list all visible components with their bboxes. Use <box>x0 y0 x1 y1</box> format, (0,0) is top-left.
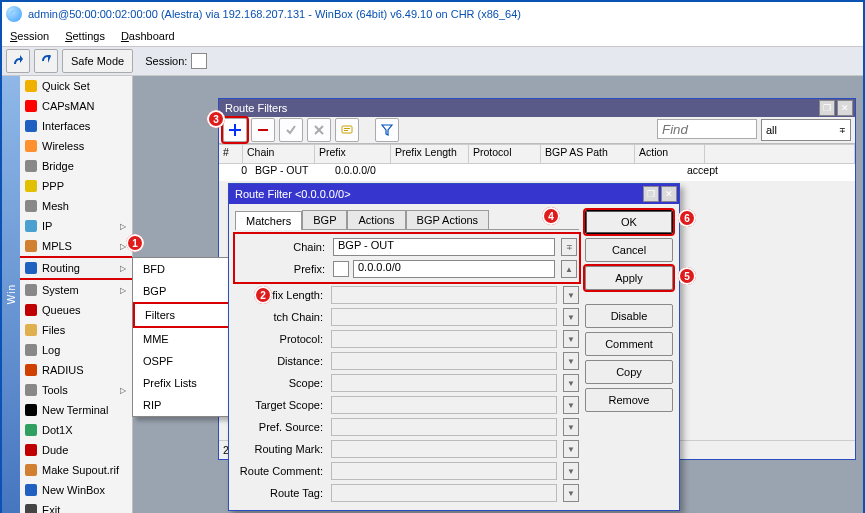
sidebar-item-ppp[interactable]: PPP <box>20 176 132 196</box>
plen-expand-icon[interactable]: ▼ <box>563 286 579 304</box>
route-filters-toolbar: all∓ <box>219 117 855 144</box>
tscope-expand-icon[interactable]: ▼ <box>563 396 579 414</box>
rcmt-field[interactable] <box>331 462 557 480</box>
remove-button[interactable]: Remove <box>585 388 673 412</box>
disable-button[interactable]: Disable <box>585 304 673 328</box>
sidebar-item-capsman[interactable]: CAPsMAN <box>20 96 132 116</box>
sidebar-item-queues[interactable]: Queues <box>20 300 132 320</box>
sidebar-item-log[interactable]: Log <box>20 340 132 360</box>
sidebar-item-mpls[interactable]: MPLS▷ <box>20 236 132 256</box>
window-close-icon[interactable]: ✕ <box>837 100 853 116</box>
psrc-field[interactable] <box>331 418 557 436</box>
window-restore-icon[interactable]: ❐ <box>819 100 835 116</box>
distance-field[interactable] <box>331 352 557 370</box>
col-plen[interactable]: Prefix Length <box>391 145 469 163</box>
col-chain[interactable]: Chain <box>243 145 315 163</box>
rmark-field[interactable] <box>331 440 557 458</box>
filter-all-dropdown[interactable]: all∓ <box>761 119 851 141</box>
protocol-field[interactable] <box>331 330 557 348</box>
comment-button[interactable]: Comment <box>585 332 673 356</box>
log-icon <box>24 343 38 357</box>
sidebar-item-bridge[interactable]: Bridge <box>20 156 132 176</box>
enable-button[interactable] <box>279 118 303 142</box>
sidebar-item-routing[interactable]: Routing▷ <box>20 256 132 280</box>
protocol-expand-icon[interactable]: ▼ <box>563 330 579 348</box>
copy-button[interactable]: Copy <box>585 360 673 384</box>
sidebar-item-quick-set[interactable]: Quick Set <box>20 76 132 96</box>
col-prefix[interactable]: Prefix <box>315 145 391 163</box>
scope-expand-icon[interactable]: ▼ <box>563 374 579 392</box>
tab-matchers[interactable]: Matchers <box>235 211 302 230</box>
sidebar-item-make-supout-rif[interactable]: Make Supout.rif <box>20 460 132 480</box>
route-filters-titlebar[interactable]: Route Filters ❐ ✕ <box>219 99 855 117</box>
rcmt-expand-icon[interactable]: ▼ <box>563 462 579 480</box>
sidebar-item-wireless[interactable]: Wireless <box>20 136 132 156</box>
dialog-close-icon[interactable]: ✕ <box>661 186 677 202</box>
routing-icon <box>24 261 38 275</box>
undo-button[interactable] <box>6 49 30 73</box>
psrc-expand-icon[interactable]: ▼ <box>563 418 579 436</box>
sidebar-item-new-terminal[interactable]: New Terminal <box>20 400 132 420</box>
prefix-field[interactable]: 0.0.0.0/0 <box>353 260 555 278</box>
tab-bgp[interactable]: BGP <box>302 210 347 229</box>
sidebar-item-label: Wireless <box>42 140 84 152</box>
col-proto[interactable]: Protocol <box>469 145 541 163</box>
dialog-titlebar[interactable]: Route Filter <0.0.0.0/0> ❐ ✕ <box>229 184 679 204</box>
sidebar-item-mesh[interactable]: Mesh <box>20 196 132 216</box>
menu-session[interactable]: Session <box>8 28 51 44</box>
mchain-field[interactable] <box>331 308 557 326</box>
chain-dropdown-icon[interactable]: ∓ <box>561 238 577 256</box>
tscope-label: Target Scope: <box>235 399 327 411</box>
scope-field[interactable] <box>331 374 557 392</box>
mesh-icon <box>24 199 38 213</box>
col-action[interactable]: Action <box>635 145 705 163</box>
sidebar-item-system[interactable]: System▷ <box>20 280 132 300</box>
tab-bgp-actions[interactable]: BGP Actions <box>406 210 490 229</box>
dialog-restore-icon[interactable]: ❐ <box>643 186 659 202</box>
sidebar-item-tools[interactable]: Tools▷ <box>20 380 132 400</box>
sidebar-item-files[interactable]: Files <box>20 320 132 340</box>
sidebar-item-new-winbox[interactable]: New WinBox <box>20 480 132 500</box>
tscope-field[interactable] <box>331 396 557 414</box>
sidebar-item-dude[interactable]: Dude <box>20 440 132 460</box>
apply-button[interactable]: Apply <box>585 266 673 290</box>
sidebar-item-ip[interactable]: IP▷ <box>20 216 132 236</box>
col-n[interactable]: # <box>219 145 243 163</box>
filter-button[interactable] <box>375 118 399 142</box>
table-row[interactable]: 0 BGP - OUT 0.0.0.0/0 accept <box>219 164 855 181</box>
sidebar-item-exit[interactable]: Exit <box>20 500 132 513</box>
rtag-expand-icon[interactable]: ▼ <box>563 484 579 502</box>
rmark-expand-icon[interactable]: ▼ <box>563 440 579 458</box>
safe-mode-button[interactable]: Safe Mode <box>62 49 133 73</box>
marker-3: 3 <box>207 110 225 128</box>
session-field[interactable] <box>191 53 207 69</box>
svg-rect-15 <box>25 384 37 396</box>
system-icon <box>24 283 38 297</box>
sidebar-item-dot1x[interactable]: Dot1X <box>20 420 132 440</box>
disable-button[interactable] <box>307 118 331 142</box>
prefix-collapse-icon[interactable]: ▲ <box>561 260 577 278</box>
plen-field[interactable] <box>331 286 557 304</box>
svg-rect-3 <box>25 140 37 152</box>
comment-button[interactable] <box>335 118 359 142</box>
find-input[interactable] <box>657 119 757 139</box>
sidebar-item-interfaces[interactable]: Interfaces <box>20 116 132 136</box>
distance-expand-icon[interactable]: ▼ <box>563 352 579 370</box>
col-aspath[interactable]: BGP AS Path <box>541 145 635 163</box>
menu-settings[interactable]: Settings <box>63 28 107 44</box>
antenna-icon <box>24 99 38 113</box>
rtag-field[interactable] <box>331 484 557 502</box>
plen-label: fix Length: <box>235 289 327 301</box>
ok-button[interactable]: OK <box>585 210 673 234</box>
sidebar-item-radius[interactable]: RADIUS <box>20 360 132 380</box>
title-text: admin@50:00:00:02:00:00 (Alestra) via 19… <box>28 8 521 20</box>
cancel-button[interactable]: Cancel <box>585 238 673 262</box>
mchain-expand-icon[interactable]: ▼ <box>563 308 579 326</box>
prefix-invert-checkbox[interactable] <box>333 261 349 277</box>
redo-button[interactable] <box>34 49 58 73</box>
remove-button[interactable] <box>251 118 275 142</box>
add-button[interactable] <box>223 118 247 142</box>
tab-actions[interactable]: Actions <box>347 210 405 229</box>
menu-dashboard[interactable]: Dashboard <box>119 28 177 44</box>
chain-field[interactable]: BGP - OUT <box>333 238 555 256</box>
